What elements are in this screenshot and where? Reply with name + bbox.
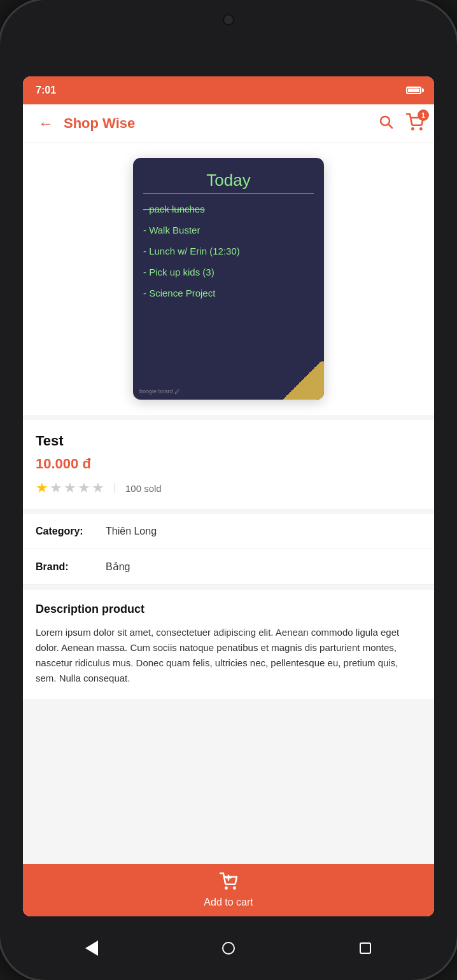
description-title: Description product — [36, 603, 421, 616]
status-bar: 7:01 — [23, 76, 434, 104]
home-nav-button[interactable] — [213, 932, 244, 964]
category-row: Category: Thiên Long — [23, 514, 434, 549]
brand-label: Brand: — [36, 561, 106, 573]
battery-icon — [406, 87, 421, 94]
product-price: 10.000 đ — [36, 456, 421, 472]
recents-nav-icon — [360, 942, 371, 954]
svg-point-2 — [412, 128, 413, 129]
tablet-corner — [279, 361, 324, 400]
svg-line-1 — [389, 124, 393, 128]
tablet-screen: Today - pack lunches - Walk Buster - Lun… — [133, 158, 324, 314]
tablet-title: Today — [143, 171, 314, 193]
sold-count: 100 sold — [125, 483, 162, 494]
star-1: ★ — [36, 480, 48, 496]
description-text: Lorem ipsum dolor sit amet, consectetuer… — [36, 625, 421, 686]
product-name: Test — [36, 433, 421, 449]
svg-point-5 — [234, 887, 235, 888]
star-2: ★ — [50, 480, 62, 496]
tablet-brand-label: boogie board 🖊 — [139, 388, 180, 395]
content-scroll[interactable]: Today - pack lunches - Walk Buster - Lun… — [23, 143, 434, 864]
star-5: ★ — [92, 480, 104, 496]
phone-frame: 7:01 ← Shop Wise — [0, 0, 457, 980]
phone-camera — [223, 14, 234, 25]
back-button[interactable]: ← — [33, 109, 59, 137]
category-value: Thiên Long — [106, 526, 157, 537]
back-nav-button[interactable] — [76, 932, 108, 964]
star-4: ★ — [78, 480, 90, 496]
tablet-item-2: - Walk Buster — [143, 223, 314, 237]
product-info: Test 10.000 đ ★ ★ ★ ★ ★ 100 sold — [23, 420, 434, 509]
status-time: 7:01 — [36, 85, 56, 96]
product-details: Category: Thiên Long Brand: Bảng — [23, 514, 434, 585]
tablet-item-1: - pack lunches — [143, 202, 314, 216]
add-to-cart-label: Add to cart — [204, 897, 253, 908]
brand-value: Bảng — [106, 561, 130, 573]
svg-point-4 — [225, 887, 227, 888]
recents-nav-button[interactable] — [349, 932, 381, 964]
product-image: Today - pack lunches - Walk Buster - Lun… — [133, 158, 324, 400]
add-to-cart-button[interactable]: Add to cart — [23, 864, 434, 916]
add-to-cart-icon — [220, 872, 237, 894]
description-section: Description product Lorem ipsum dolor si… — [23, 590, 434, 699]
tablet-item-3: - Lunch w/ Erin (12:30) — [143, 244, 314, 258]
rating-row: ★ ★ ★ ★ ★ 100 sold — [36, 480, 421, 496]
bottom-nav — [23, 929, 434, 967]
phone-screen: 7:01 ← Shop Wise — [23, 76, 434, 916]
tablet-item-4: - Pick up kids (3) — [143, 265, 314, 279]
back-nav-icon — [85, 941, 98, 956]
cart-badge: 1 — [418, 109, 429, 121]
brand-row: Brand: Bảng — [23, 549, 434, 585]
star-rating: ★ ★ ★ ★ ★ — [36, 480, 104, 496]
cart-button[interactable]: 1 — [406, 113, 424, 134]
category-label: Category: — [36, 526, 106, 537]
tablet-item-5: - Science Project — [143, 286, 314, 300]
home-nav-icon — [222, 942, 235, 955]
app-header: ← Shop Wise 1 — [23, 104, 434, 143]
star-3: ★ — [64, 480, 76, 496]
search-icon[interactable] — [378, 114, 393, 133]
rating-divider — [115, 483, 115, 493]
svg-point-3 — [420, 128, 421, 129]
app-title: Shop Wise — [64, 115, 378, 132]
header-icons: 1 — [378, 113, 424, 134]
product-image-container: Today - pack lunches - Walk Buster - Lun… — [23, 143, 434, 415]
